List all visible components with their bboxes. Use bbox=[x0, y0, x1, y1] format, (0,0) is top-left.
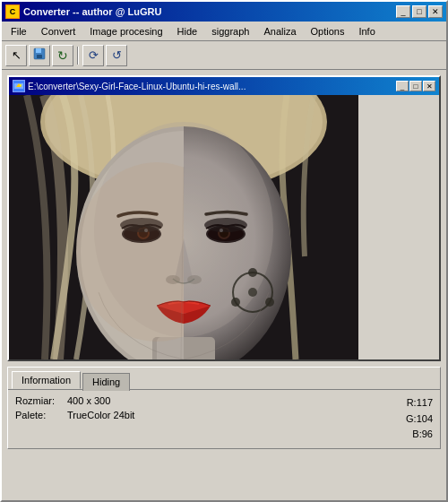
palette-row: Palete: TrueColor 24bit bbox=[15, 410, 134, 420]
toolbar-refresh3-button[interactable]: ↺ bbox=[106, 45, 127, 66]
image-window: E:\converter\Sexy-Girl-Face-Linux-Ubuntu… bbox=[7, 75, 441, 361]
menu-convert[interactable]: Convert bbox=[34, 24, 83, 39]
close-button[interactable]: ✕ bbox=[428, 5, 443, 18]
image-maximize-button[interactable]: □ bbox=[409, 81, 422, 91]
content-area: E:\converter\Sexy-Girl-Face-Linux-Ubuntu… bbox=[2, 70, 446, 500]
toolbar-refresh2-button[interactable]: ⟳ bbox=[82, 45, 104, 66]
refresh1-icon: ↻ bbox=[57, 48, 68, 63]
app-icon: C bbox=[5, 4, 20, 19]
menu-hide[interactable]: Hide bbox=[170, 24, 205, 39]
toolbar-separator bbox=[77, 47, 79, 65]
minimize-button[interactable]: _ bbox=[396, 5, 410, 18]
info-tabs: Information Hiding bbox=[8, 368, 440, 390]
svg-point-31 bbox=[187, 275, 202, 284]
save-icon bbox=[33, 48, 46, 63]
svg-rect-1 bbox=[36, 48, 41, 53]
svg-point-36 bbox=[231, 298, 240, 307]
refresh2-icon: ⟳ bbox=[89, 48, 99, 62]
image-window-icon bbox=[13, 80, 25, 92]
info-panel: Information Hiding Rozmiar: 400 x 300 Pa… bbox=[7, 367, 441, 449]
svg-point-6 bbox=[20, 84, 22, 86]
menu-file[interactable]: File bbox=[4, 24, 34, 39]
refresh3-icon: ↺ bbox=[112, 48, 122, 62]
palette-label: Palete: bbox=[15, 410, 60, 420]
tab-information[interactable]: Information bbox=[12, 371, 81, 389]
image-minimize-button[interactable]: _ bbox=[396, 81, 409, 91]
info-left: Rozmiar: 400 x 300 Palete: TrueColor 24b… bbox=[15, 395, 134, 424]
window-controls: _ □ ✕ bbox=[396, 5, 443, 18]
title-bar: C Converter -- author @ LuGRU _ □ ✕ bbox=[2, 2, 446, 22]
info-content: Rozmiar: 400 x 300 Palete: TrueColor 24b… bbox=[8, 390, 440, 448]
toolbar: ↖ ↻ ⟳ ↺ bbox=[2, 41, 446, 70]
g-value: G:104 bbox=[406, 411, 433, 428]
menu-bar: File Convert Image procesing Hide siggra… bbox=[2, 22, 446, 41]
main-window: C Converter -- author @ LuGRU _ □ ✕ File… bbox=[0, 0, 448, 502]
title-bar-left: C Converter -- author @ LuGRU bbox=[5, 4, 161, 19]
menu-image-processing[interactable]: Image procesing bbox=[82, 24, 169, 39]
menu-options[interactable]: Options bbox=[304, 24, 352, 39]
image-title-left: E:\converter\Sexy-Girl-Face-Linux-Ubuntu… bbox=[13, 80, 246, 92]
menu-siggraph[interactable]: siggraph bbox=[204, 24, 256, 39]
menu-analiza[interactable]: Analiza bbox=[256, 24, 303, 39]
svg-point-33 bbox=[248, 288, 257, 297]
toolbar-back-button[interactable]: ↖ bbox=[5, 45, 27, 66]
window-title: Converter -- author @ LuGRU bbox=[23, 6, 161, 17]
tab-hiding[interactable]: Hiding bbox=[82, 373, 130, 391]
menu-info[interactable]: Info bbox=[351, 24, 382, 39]
size-row: Rozmiar: 400 x 300 bbox=[15, 395, 134, 406]
image-display bbox=[9, 95, 358, 359]
toolbar-refresh1-button[interactable]: ↻ bbox=[52, 45, 73, 66]
arrow-icon: ↖ bbox=[12, 48, 22, 62]
size-value: 400 x 300 bbox=[67, 395, 110, 406]
maximize-button[interactable]: □ bbox=[412, 5, 426, 18]
image-window-title: E:\converter\Sexy-Girl-Face-Linux-Ubuntu… bbox=[28, 82, 246, 91]
palette-value: TrueColor 24bit bbox=[67, 410, 134, 420]
svg-point-34 bbox=[248, 268, 257, 277]
size-label: Rozmiar: bbox=[15, 395, 60, 406]
r-value: R:117 bbox=[406, 395, 433, 411]
b-value: B:96 bbox=[406, 427, 433, 443]
image-window-controls: _ □ ✕ bbox=[396, 81, 435, 91]
toolbar-save-button[interactable] bbox=[29, 45, 50, 66]
portrait-image bbox=[9, 95, 358, 359]
image-title-bar: E:\converter\Sexy-Girl-Face-Linux-Ubuntu… bbox=[9, 77, 439, 95]
image-close-button[interactable]: ✕ bbox=[423, 81, 435, 91]
info-right: R:117 G:104 B:96 bbox=[406, 395, 433, 443]
svg-rect-2 bbox=[37, 55, 42, 58]
